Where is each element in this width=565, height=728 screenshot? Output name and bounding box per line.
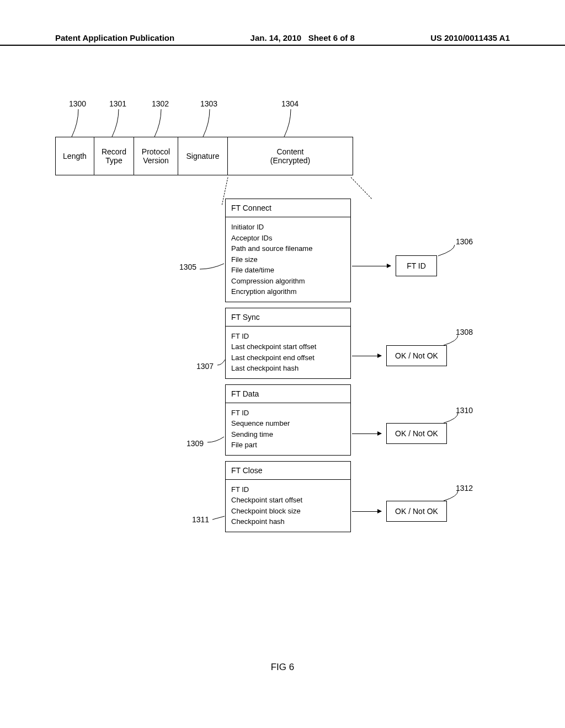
resp-ft-id: FT ID (396, 255, 437, 276)
block-body: FT ID Sequence number Sending time File … (226, 403, 350, 455)
ref-1300: 1300 (69, 99, 86, 108)
arrow-1 (352, 266, 391, 266)
ref-1301: 1301 (109, 99, 126, 108)
resp-ok-3: OK / Not OK (386, 501, 447, 522)
resp-ok-1: OK / Not OK (386, 345, 447, 366)
header-date: Jan. 14, 2010 Sheet 6 of 8 (250, 33, 355, 42)
block-body: FT ID Last checkpoint start offset Last … (226, 326, 350, 378)
block-title: FT Sync (226, 308, 350, 326)
ref-1307: 1307 (196, 362, 214, 371)
block-ft-sync: FT Sync FT ID Last checkpoint start offs… (225, 308, 351, 379)
arrow-2 (352, 356, 381, 356)
leader-1309 (207, 435, 227, 446)
expand-dash-right (351, 177, 372, 199)
leader-1300 (71, 109, 87, 128)
cell-content: Content (Encrypted) (228, 137, 353, 175)
ref-1306: 1306 (456, 237, 473, 246)
arrow-4 (352, 511, 381, 512)
leader-1311 (212, 515, 228, 524)
leader-1307 (217, 357, 228, 368)
ref-1302: 1302 (152, 99, 169, 108)
leader-1312 (441, 491, 467, 504)
ref-1309: 1309 (186, 439, 204, 448)
leader-1304 (283, 109, 300, 128)
page-header: Patent Application Publication Jan. 14, … (0, 33, 565, 46)
ref-1305: 1305 (179, 263, 196, 271)
header-pubnum: US 2010/0011435 A1 (430, 33, 510, 42)
block-title: FT Connect (226, 199, 350, 217)
cell-protocol: Protocol Version (134, 137, 178, 175)
leader-1301 (111, 109, 127, 128)
leader-1308 (441, 335, 467, 349)
block-ft-connect: FT Connect Initiator ID Acceptor IDs Pat… (225, 199, 351, 302)
leader-1306 (433, 245, 458, 258)
ref-1311: 1311 (192, 515, 209, 524)
block-body: Initiator ID Acceptor IDs Path and sourc… (226, 217, 350, 302)
block-body: FT ID Checkpoint start offset Checkpoint… (226, 480, 350, 532)
figure-caption: FIG 6 (0, 662, 565, 673)
leader-1302 (153, 109, 170, 128)
cell-record-type: Record Type (94, 137, 134, 175)
ref-1303: 1303 (200, 99, 217, 108)
leader-1303 (202, 109, 218, 128)
block-title: FT Data (226, 385, 350, 403)
arrow-3 (352, 433, 381, 434)
ref-1304: 1304 (281, 99, 299, 108)
block-ft-close: FT Close FT ID Checkpoint start offset C… (225, 461, 351, 532)
block-ft-data: FT Data FT ID Sequence number Sending ti… (225, 384, 351, 456)
leader-1305 (200, 263, 227, 279)
resp-ok-2: OK / Not OK (386, 423, 447, 444)
block-title: FT Close (226, 462, 350, 480)
cell-signature: Signature (178, 137, 228, 175)
content-blocks: FT Connect Initiator ID Acceptor IDs Pat… (225, 199, 351, 538)
header-publication: Patent Application Publication (55, 33, 174, 42)
cell-length: Length (56, 137, 94, 175)
leader-1310 (441, 413, 467, 426)
record-structure: Length Record Type Protocol Version Sign… (55, 137, 353, 175)
figure-diagram: 1300 1301 1302 1303 1304 Length Record T… (55, 99, 508, 607)
